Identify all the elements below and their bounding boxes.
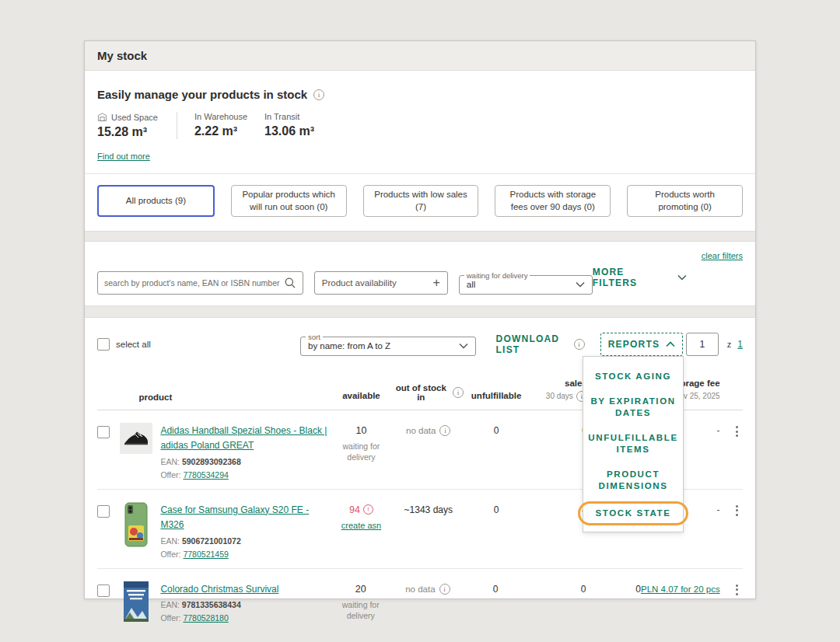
ean-label: EAN: (160, 536, 180, 546)
column-header-available: available (342, 391, 380, 400)
product-image[interactable] (120, 423, 152, 480)
download-list-label: DOWNLOAD LIST (496, 333, 569, 355)
out-of-stock-value: no data (406, 426, 436, 435)
more-filters-label: MORE FILTERS (593, 267, 671, 288)
plus-icon: + (432, 276, 439, 290)
stat-value: 2.22 m³ (194, 124, 247, 138)
available-count: 20 (355, 584, 366, 595)
row-checkbox[interactable] (97, 505, 110, 518)
my-stock-panel: My stock Easily manage your products in … (84, 40, 756, 599)
warning-icon[interactable]: ! (363, 504, 373, 515)
page-number-input[interactable] (686, 333, 719, 356)
ean-value: 5906721001072 (182, 536, 241, 546)
product-availability-label: Product availability (322, 278, 397, 288)
available-note: waiting for delivery (337, 599, 385, 621)
available-count: 94 (349, 504, 360, 515)
chevron-down-icon (576, 281, 585, 288)
page-background: { "icons": { "info": "i", "warning": "!"… (0, 0, 840, 642)
filters-section: clear filters Product availability + wai… (85, 242, 755, 305)
column-header-out-of-stock: out of stock in (394, 383, 449, 402)
table-row: Colorado Christmas Survival EAN: 9781335… (97, 569, 743, 632)
space-stats: Used Space 15.28 m³ In Warehouse 2.22 m³… (97, 112, 743, 139)
column-header-sales-period: 30 days (546, 392, 573, 400)
available-count: 10 (356, 425, 367, 436)
select-all-checkbox[interactable] (97, 338, 110, 351)
chevron-down-icon (677, 274, 687, 281)
last-page-link[interactable]: 1 (737, 339, 743, 350)
section-divider (85, 231, 755, 242)
select-all-label: select all (116, 340, 151, 349)
offer-link[interactable]: 7780521459 (183, 550, 228, 559)
info-icon[interactable]: i (439, 425, 450, 436)
menu-item-stock-state[interactable]: STOCK STATE (578, 501, 688, 526)
intro-heading: Easily manage your products in stock (97, 88, 307, 101)
search-box (97, 271, 303, 295)
tab-worth-promoting[interactable]: Products worth promoting (0) (627, 185, 743, 217)
row-menu-button[interactable] (731, 502, 743, 519)
tab-popular-run-out[interactable]: Popular products which will run out soon… (231, 185, 347, 217)
menu-item-stock-aging[interactable]: STOCK AGING (583, 365, 683, 389)
info-icon[interactable]: i (313, 89, 324, 100)
tab-all-products[interactable]: All products (9) (97, 185, 215, 217)
storage-fee-current-value: 0 (635, 584, 641, 595)
stock-list-section: select all sort by name: from A to Z DOW… (85, 318, 755, 632)
sort-legend: sort (306, 333, 323, 341)
menu-item-unfulfillable-items[interactable]: UNFULFILLABLE ITEMS (583, 426, 683, 462)
info-icon[interactable]: i (439, 584, 450, 595)
create-asn-link[interactable]: create asn (341, 521, 381, 530)
column-header-product: product (138, 393, 172, 402)
page-title: My stock (97, 49, 147, 62)
column-header-unfulfillable: unfulfillable (471, 391, 522, 400)
unfulfillable-value: 0 (494, 504, 499, 515)
offer-label: Offer: (160, 613, 180, 623)
sort-dropdown[interactable]: sort by name: from A to Z (300, 333, 476, 356)
product-title-link[interactable]: Colorado Christmas Survival (160, 584, 278, 595)
product-title-link[interactable]: Adidas Handball Spezial Shoes - Black | … (160, 425, 327, 451)
storage-fee-link[interactable]: PLN 4.07 for 20 pcs (641, 584, 720, 594)
reports-button[interactable]: REPORTS (600, 333, 683, 356)
row-checkbox[interactable] (97, 584, 110, 597)
row-menu-button[interactable] (731, 423, 743, 440)
stat-label: In Transit (264, 112, 299, 121)
clear-filters-link[interactable]: clear filters (702, 251, 743, 260)
stat-label: In Warehouse (194, 112, 247, 121)
menu-item-by-expiration-dates[interactable]: BY EXPIRATION DATES (583, 389, 683, 426)
unfulfillable-value: 0 (494, 425, 499, 436)
product-image[interactable] (120, 581, 152, 623)
out-of-stock-value: no data (405, 584, 435, 594)
search-icon[interactable] (284, 277, 296, 289)
ean-label: EAN: (160, 600, 180, 609)
tab-storage-fees[interactable]: Products with storage fees over 90 days … (495, 185, 611, 217)
product-image[interactable] (120, 502, 152, 559)
more-filters-button[interactable]: MORE FILTERS (593, 267, 687, 295)
available-note: waiting for delivery (337, 441, 385, 462)
warehouse-icon (97, 112, 107, 122)
stat-value: 13.06 m³ (264, 124, 314, 138)
offer-link[interactable]: 7780534294 (183, 470, 228, 480)
sort-value: by name: from A to Z (308, 341, 390, 351)
chevron-up-icon (666, 341, 675, 347)
row-checkbox[interactable] (97, 426, 110, 438)
stat-used-space: Used Space 15.28 m³ (97, 112, 158, 139)
ean-value: 9781335638434 (182, 600, 241, 609)
info-icon[interactable]: i (574, 339, 585, 350)
waiting-for-delivery-legend: waiting for delivery (464, 271, 530, 280)
download-list-button[interactable]: DOWNLOAD LIST i (496, 333, 585, 355)
stat-in-warehouse: In Warehouse 2.22 m³ (194, 112, 247, 138)
chevron-down-icon (459, 343, 468, 349)
page-of-label: z (727, 340, 732, 349)
row-menu-button[interactable] (731, 581, 743, 598)
product-availability-filter[interactable]: Product availability + (314, 271, 448, 295)
reports-dropdown-menu: STOCK AGING BY EXPIRATION DATES UNFULFIL… (583, 356, 684, 532)
product-title-link[interactable]: Case for Samsung Galaxy S20 FE - M326 (160, 504, 309, 530)
product-filter-tabs: All products (9) Popular products which … (97, 174, 743, 231)
tab-low-sales[interactable]: Products with low sales (7) (363, 185, 479, 217)
ean-label: EAN: (160, 457, 180, 466)
waiting-for-delivery-filter[interactable]: waiting for delivery all (459, 271, 593, 295)
info-icon[interactable]: i (453, 387, 464, 398)
panel-header: My stock (85, 41, 755, 71)
menu-item-product-dimensions[interactable]: PRODUCT DIMENSIONS (583, 462, 683, 499)
search-input[interactable] (104, 278, 284, 288)
find-out-more-link[interactable]: Find out more (97, 152, 150, 161)
offer-link[interactable]: 7780528180 (183, 613, 228, 623)
